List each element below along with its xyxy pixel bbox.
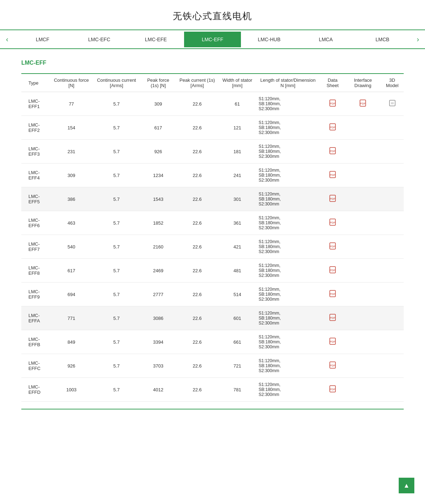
cell-length-stator: S1:120mm, SB:180mm, S2:300mm: [256, 354, 320, 378]
pdf-icon[interactable]: PDF: [329, 387, 336, 393]
cell-cont-force: 617: [51, 259, 92, 283]
cell-cont-current: 5.7: [92, 211, 141, 235]
cell-peak-force: 1852: [141, 211, 176, 235]
pdf-icon[interactable]: PDF: [329, 149, 336, 155]
cell-peak-force: 2160: [141, 235, 176, 259]
cell-peak-current: 22.6: [176, 330, 219, 354]
cell-type: LMC-EFFA: [21, 306, 51, 330]
cell-cont-force: 386: [51, 187, 92, 211]
cell-interface-drawing[interactable]: PDF: [345, 92, 381, 116]
cell-length-stator: S1:120mm, SB:180mm, S2:300mm: [256, 235, 320, 259]
col-header-interface-drawing: Interface Drawing: [345, 74, 381, 92]
nav-tab-lmc-efe[interactable]: LMC-EFE: [128, 32, 184, 47]
cell-length-stator: S1:120mm, SB:180mm, S2:300mm: [256, 187, 320, 211]
cell-data-sheet[interactable]: PDF: [320, 116, 345, 140]
cell-width-stator: 514: [219, 283, 256, 306]
svg-text:PDF: PDF: [330, 245, 335, 248]
table-row: LMC-EFFA7715.7308622.6601S1:120mm, SB:18…: [21, 306, 404, 330]
pdf-icon[interactable]: PDF: [329, 102, 336, 108]
cell-3d-model: [381, 163, 404, 187]
cell-peak-force: 3703: [141, 354, 176, 378]
pdf-icon[interactable]: PDF: [329, 125, 336, 132]
cell-interface-drawing: [345, 235, 381, 259]
svg-text:3D: 3D: [391, 102, 394, 104]
cell-type: LMC-EFF1: [21, 92, 51, 116]
cell-3d-model[interactable]: 3D: [381, 92, 404, 116]
cell-peak-current: 22.6: [176, 283, 219, 306]
table-row: LMC-EFF43095.7123422.6241S1:120mm, SB:18…: [21, 163, 404, 187]
table-row: LMC-EFFC9265.7370322.6721S1:120mm, SB:18…: [21, 354, 404, 378]
cell-peak-current: 22.6: [176, 259, 219, 283]
cell-peak-force: 309: [141, 92, 176, 116]
pdf-icon[interactable]: PDF: [329, 340, 336, 346]
cell-data-sheet[interactable]: PDF: [320, 211, 345, 235]
nav-tab-lmcb[interactable]: LMCB: [354, 32, 411, 47]
pdf-icon[interactable]: PDF: [329, 316, 336, 322]
cell-data-sheet[interactable]: PDF: [320, 140, 345, 163]
svg-text:PDF: PDF: [330, 197, 335, 200]
nav-tab-lmc-eff[interactable]: LMC-EFF: [184, 32, 241, 47]
cell-length-stator: S1:120mm, SB:180mm, S2:300mm: [256, 116, 320, 140]
cell-length-stator: S1:120mm, SB:180mm, S2:300mm: [256, 259, 320, 283]
pdf-icon[interactable]: PDF: [329, 173, 336, 179]
cell-3d-model: [381, 140, 404, 163]
cell-data-sheet[interactable]: PDF: [320, 163, 345, 187]
cell-cont-force: 771: [51, 306, 92, 330]
cell-data-sheet[interactable]: PDF: [320, 259, 345, 283]
cell-interface-drawing: [345, 259, 381, 283]
table-row: LMC-EFFB8495.7339422.6661S1:120mm, SB:18…: [21, 330, 404, 354]
cell-peak-current: 22.6: [176, 116, 219, 140]
cell-data-sheet[interactable]: PDF: [320, 235, 345, 259]
cell-cont-force: 154: [51, 116, 92, 140]
cell-width-stator: 601: [219, 306, 256, 330]
cell-width-stator: 721: [219, 354, 256, 378]
col-header-type: Type: [21, 74, 51, 92]
col-header-cont-force: Continuous force [N]: [51, 74, 92, 92]
cell-cont-current: 5.7: [92, 330, 141, 354]
nav-tab-lmc-efc[interactable]: LMC-EFC: [71, 32, 127, 47]
cell-length-stator: S1:120mm, SB:180mm, S2:300mm: [256, 163, 320, 187]
col-header-data-sheet: Data Sheet: [320, 74, 345, 92]
cell-peak-current: 22.6: [176, 187, 219, 211]
col-header-length-stator: Length of stator/Dimension N [mm]: [256, 74, 320, 92]
cell-data-sheet[interactable]: PDF: [320, 187, 345, 211]
nav-tab-lmc-hub[interactable]: LMC-HUB: [241, 32, 297, 47]
cell-cont-force: 540: [51, 235, 92, 259]
svg-text:PDF: PDF: [330, 173, 335, 177]
cell-data-sheet[interactable]: PDF: [320, 283, 345, 306]
cell-data-sheet[interactable]: PDF: [320, 306, 345, 330]
cell-data-sheet[interactable]: PDF: [320, 378, 345, 402]
cell-data-sheet[interactable]: PDF: [320, 92, 345, 116]
nav-prev-button[interactable]: ‹: [0, 30, 14, 48]
pdf-icon[interactable]: PDF: [329, 364, 336, 370]
nav-next-button[interactable]: ›: [411, 30, 425, 48]
table-row: LMC-EFF86175.7246922.6481S1:120mm, SB:18…: [21, 259, 404, 283]
pdf-icon[interactable]: PDF: [329, 197, 336, 203]
bottom-divider: [21, 409, 404, 409]
cell-cont-current: 5.7: [92, 187, 141, 211]
cell-cont-force: 231: [51, 140, 92, 163]
pdf-icon[interactable]: PDF: [329, 245, 336, 251]
nav-tab-lmcf[interactable]: LMCF: [14, 32, 71, 47]
cell-peak-force: 2469: [141, 259, 176, 283]
cell-data-sheet[interactable]: PDF: [320, 330, 345, 354]
cell-data-sheet[interactable]: PDF: [320, 354, 345, 378]
cell-3d-model: [381, 259, 404, 283]
table-row: LMC-EFF32315.792622.6181S1:120mm, SB:180…: [21, 140, 404, 163]
3d-model-icon[interactable]: 3D: [389, 101, 396, 107]
nav-tab-lmca[interactable]: LMCA: [297, 32, 354, 47]
interface-pdf-icon[interactable]: PDF: [360, 102, 366, 108]
cell-3d-model: [381, 306, 404, 330]
cell-length-stator: S1:120mm, SB:180mm, S2:300mm: [256, 306, 320, 330]
cell-cont-current: 5.7: [92, 306, 141, 330]
pdf-icon[interactable]: PDF: [329, 221, 336, 227]
cell-peak-current: 22.6: [176, 354, 219, 378]
pdf-icon[interactable]: PDF: [329, 292, 336, 298]
cell-interface-drawing: [345, 354, 381, 378]
cell-interface-drawing: [345, 187, 381, 211]
cell-peak-force: 3086: [141, 306, 176, 330]
cell-type: LMC-EFF5: [21, 187, 51, 211]
cell-peak-force: 617: [141, 116, 176, 140]
table-row: LMC-EFF53865.7154322.6301S1:120mm, SB:18…: [21, 187, 404, 211]
pdf-icon[interactable]: PDF: [329, 268, 336, 274]
